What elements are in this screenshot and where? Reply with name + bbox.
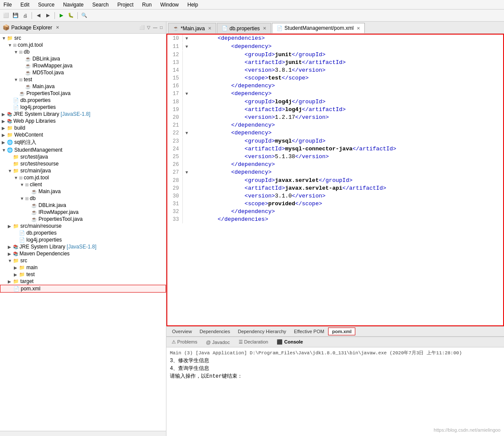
tree-item[interactable]: ▶📁target [0, 278, 166, 285]
toolbar-back[interactable]: ◀ [34, 11, 43, 20]
tree-item[interactable]: 📄log4j.properties [0, 104, 166, 111]
tree-item[interactable]: ☕IRowMapper.java [0, 62, 166, 69]
tree-item[interactable]: ▶📁test [0, 271, 166, 278]
tree-item[interactable]: ▼📁src [0, 257, 166, 264]
fold-icon[interactable]: ▼ [185, 130, 190, 137]
toolbar-print[interactable]: 🖨 [21, 11, 29, 20]
tree-expand-icon[interactable]: ▼ [8, 43, 12, 48]
bottom-tab[interactable]: Overview [168, 328, 196, 335]
fold-icon[interactable]: ▼ [185, 43, 190, 51]
editor-tab[interactable]: 📄StudentManagement/pom.xml✕ [272, 23, 365, 33]
console-tab[interactable]: @ Javadoc [204, 340, 232, 345]
menu-edit[interactable]: Edit [19, 1, 31, 8]
tree-item[interactable]: ▶📁build [0, 124, 166, 131]
panel-title-close[interactable]: ✕ [56, 25, 59, 30]
toolbar-save[interactable]: 💾 [11, 11, 20, 20]
panel-menu-btn[interactable]: ▽ [146, 25, 151, 30]
tree-item[interactable]: ▶📁WebContent [0, 131, 166, 138]
tree-expand-icon[interactable]: ▼ [20, 196, 24, 201]
menu-project[interactable]: Project [115, 1, 135, 8]
tree-horizontal-scrollbar[interactable] [0, 431, 166, 436]
tree-expand-icon[interactable]: ▶ [2, 119, 6, 124]
tree-item[interactable]: ▶📁main [0, 264, 166, 271]
tree-expand-icon[interactable]: ▶ [2, 112, 6, 117]
bottom-tab[interactable]: Dependency Hierarchy [234, 328, 290, 335]
menu-window[interactable]: Window [159, 1, 181, 8]
tree-expand-icon[interactable]: ▶ [8, 224, 12, 229]
editor-tab[interactable]: ☕*Main.java✕ [168, 23, 216, 33]
tree-item[interactable]: ▼⊞client [0, 181, 166, 188]
tree-item[interactable]: ▼⊞db [0, 195, 166, 202]
tree-expand-icon[interactable]: ▶ [8, 279, 12, 284]
tree-item[interactable]: 📄pom.xml [0, 285, 166, 293]
tree-item[interactable]: ▼⊞com.jd.tool [0, 174, 166, 181]
tree-item[interactable]: 📄db.properties [0, 97, 166, 104]
fold-icon[interactable]: ▼ [185, 35, 190, 43]
panel-collapse-btn[interactable]: ⬜ [138, 25, 145, 30]
menu-navigate[interactable]: Navigate [61, 1, 85, 8]
menu-help[interactable]: Help [186, 1, 200, 8]
tree-item[interactable]: ▶🌐sql的注入 [0, 138, 166, 146]
bottom-tab[interactable]: Dependencies [196, 328, 234, 335]
toolbar-debug[interactable]: 🐛 [67, 11, 75, 20]
tree-expand-icon[interactable]: ▶ [14, 265, 18, 270]
tab-close-icon[interactable]: ✕ [263, 26, 266, 31]
bottom-tab[interactable]: pom.xml [328, 328, 355, 335]
panel-min-btn[interactable]: — [152, 25, 158, 30]
tree-item[interactable]: ▼📁src [0, 35, 166, 41]
panel-max-btn[interactable]: □ [159, 25, 163, 30]
tree-expand-icon[interactable]: ▼ [2, 36, 6, 41]
tree-item[interactable]: ☕DBLink.java [0, 55, 166, 62]
toolbar-search[interactable]: 🔍 [80, 11, 89, 20]
tree-expand-icon[interactable]: ▼ [14, 175, 18, 180]
tree-item[interactable]: ▶📚Web App Libraries [0, 118, 166, 124]
console-tab[interactable]: ⬛ Console [275, 339, 304, 345]
tree-item[interactable]: 📄db.properties [0, 229, 166, 236]
tree-item[interactable]: 📄log4j.properties [0, 236, 166, 243]
tree-expand-icon[interactable]: ▼ [14, 77, 18, 82]
menu-source[interactable]: Source [36, 1, 56, 8]
toolbar-new[interactable]: ⬜ [2, 11, 10, 20]
tree-expand-icon[interactable]: ▶ [2, 140, 6, 145]
tree-item[interactable]: ☕Main.java [0, 83, 166, 90]
tree-expand-icon[interactable]: ▼ [8, 258, 12, 263]
tree-item[interactable]: ☕IRowMapper.java [0, 209, 166, 216]
menu-file[interactable]: File [2, 1, 13, 8]
tree-item[interactable]: 📁src/test/java [0, 153, 166, 160]
tree-item[interactable]: ▼⊞test [0, 76, 166, 83]
console-tab[interactable]: ☰ Declaration [237, 339, 270, 345]
tab-close-icon[interactable]: ✕ [357, 26, 360, 31]
editor-content[interactable]: 10▼ <dependencies>11▼ <dependency>12 <gr… [167, 35, 503, 325]
menu-run[interactable]: Run [140, 1, 153, 8]
tree-expand-icon[interactable]: ▼ [14, 50, 18, 54]
fold-icon[interactable]: ▼ [185, 169, 190, 177]
tree-expand-icon[interactable]: ▼ [2, 148, 6, 153]
tree-item[interactable]: ▼📁src/main/java [0, 167, 166, 174]
tree-expand-icon[interactable]: ▶ [8, 245, 12, 249]
tree-item[interactable]: ▶📚JRE System Library [JavaSE-1.8] [0, 111, 166, 118]
tree-item[interactable]: ☕PropertiesTool.java [0, 90, 166, 97]
tree-item[interactable]: ☕MD5Tool.java [0, 69, 166, 76]
tree-item[interactable]: ☕PropertiesTool.java [0, 216, 166, 223]
tree-item[interactable]: ▶📚Maven Dependencies [0, 250, 166, 257]
tab-close-icon[interactable]: ✕ [208, 26, 211, 31]
tree-item[interactable]: ☕DBLink.java [0, 202, 166, 209]
tree-expand-icon[interactable]: ▶ [14, 272, 18, 277]
tree-expand-icon[interactable]: ▼ [8, 169, 12, 173]
tree-expand-icon[interactable]: ▶ [2, 126, 6, 130]
tree-expand-icon[interactable]: ▶ [8, 251, 12, 256]
editor-tab[interactable]: 📄db.properties✕ [217, 23, 271, 33]
tree-expand-icon[interactable]: ▼ [20, 182, 24, 187]
tree-item[interactable]: ▼⊞db [0, 48, 166, 55]
tree-expand-icon[interactable]: ▶ [2, 133, 6, 137]
menu-search[interactable]: Search [90, 1, 110, 8]
tree-item[interactable]: 📁src/test/resourse [0, 160, 166, 167]
tree-item[interactable]: ▶📚JRE System Library [JavaSE-1.8] [0, 243, 166, 250]
bottom-tab[interactable]: Effective POM [290, 328, 328, 335]
fold-icon[interactable]: ▼ [185, 90, 190, 98]
toolbar-run[interactable]: ▶ [57, 11, 66, 20]
console-tab[interactable]: ⚠ Problems [170, 339, 199, 345]
package-explorer-tree[interactable]: ▼📁src▼⊞com.jd.tool▼⊞db ☕DBLink.java ☕IRo… [0, 34, 166, 431]
toolbar-forward[interactable]: ▶ [44, 11, 52, 20]
tree-item[interactable]: ▼⊞com.jd.tool [0, 41, 166, 48]
